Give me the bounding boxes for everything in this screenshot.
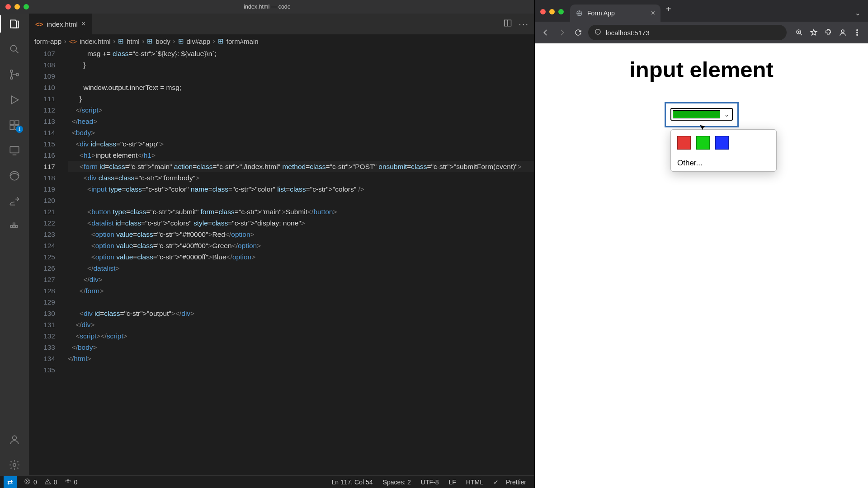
window-controls[interactable]: [5, 4, 29, 9]
svg-point-3: [16, 73, 19, 75]
profile-avatar-icon[interactable]: [836, 26, 849, 39]
split-editor-icon[interactable]: [503, 19, 512, 29]
source-control-icon[interactable]: [9, 69, 20, 80]
page-content: input element ⌄ Submit Other...: [535, 43, 868, 488]
problems-warnings[interactable]: 0: [44, 478, 57, 486]
svg-rect-6: [10, 126, 14, 130]
extensions-badge: 1: [16, 126, 23, 133]
browser-tabstrip: Form App × + ⌄: [535, 0, 868, 22]
browser-tab[interactable]: Form App ×: [570, 5, 660, 22]
activity-bar: 1: [0, 14, 29, 475]
search-icon[interactable]: [9, 43, 20, 55]
edge-tools-icon[interactable]: [9, 170, 20, 182]
more-actions-icon[interactable]: ···: [519, 19, 529, 29]
svg-point-15: [13, 464, 16, 467]
prettier-status[interactable]: ✓ Prettier: [493, 479, 526, 486]
svg-point-2: [10, 77, 13, 79]
vscode-window: index.html — code 1 <>: [0, 0, 534, 488]
crumb-form-main[interactable]: form#main: [226, 38, 259, 45]
minimize-window-icon[interactable]: [14, 4, 20, 9]
selected-color-swatch[interactable]: [673, 110, 720, 118]
code-editor[interactable]: 1071081091101111121131141151161171181191…: [29, 48, 534, 475]
address-bar[interactable]: localhost:5173: [588, 25, 787, 40]
indentation[interactable]: Spaces: 2: [383, 479, 411, 486]
chevron-down-icon[interactable]: ⌄: [724, 111, 729, 118]
svg-point-23: [857, 30, 858, 31]
svg-point-18: [67, 480, 69, 482]
html-file-icon: <>: [35, 20, 43, 28]
color-other-option[interactable]: Other...: [677, 159, 770, 168]
docker-icon[interactable]: [9, 221, 20, 232]
browser-window-controls[interactable]: [540, 9, 564, 22]
bookmark-star-icon[interactable]: [807, 26, 820, 39]
svg-point-1: [10, 70, 13, 72]
tab-filename: index.html: [47, 20, 78, 28]
tab-overflow-icon[interactable]: ⌄: [848, 9, 868, 22]
ports[interactable]: 0: [65, 478, 78, 486]
remote-indicator-icon[interactable]: ⇄: [4, 476, 17, 488]
page-heading: input element: [535, 57, 868, 82]
new-tab-button[interactable]: +: [660, 4, 677, 18]
crumb-body[interactable]: body: [156, 38, 170, 45]
tab-index-html[interactable]: <> index.html ×: [29, 14, 92, 34]
mouse-cursor-icon: [698, 123, 708, 135]
breadcrumbs[interactable]: form-app› <> index.html› ⊞html› ⊞body› ⊞…: [29, 34, 534, 48]
close-tab-icon[interactable]: ×: [651, 9, 655, 17]
browser-menu-icon[interactable]: [851, 26, 863, 39]
run-debug-icon[interactable]: [9, 94, 20, 106]
svg-point-9: [10, 171, 19, 180]
site-info-icon[interactable]: [594, 28, 601, 37]
close-tab-icon[interactable]: ×: [81, 20, 85, 28]
svg-rect-11: [13, 225, 15, 227]
crumb-html[interactable]: html: [127, 38, 139, 45]
accounts-icon[interactable]: [9, 434, 20, 446]
svg-point-22: [841, 30, 844, 33]
cursor-position[interactable]: Ln 117, Col 54: [332, 479, 373, 486]
minimize-window-icon[interactable]: [549, 9, 555, 14]
back-button[interactable]: [539, 26, 552, 39]
browser-toolbar: localhost:5173: [535, 22, 868, 43]
forward-button[interactable]: [556, 26, 568, 39]
svg-point-24: [857, 32, 858, 33]
eol[interactable]: LF: [449, 479, 456, 486]
reload-button[interactable]: [572, 26, 585, 39]
editor-area: <> index.html × ··· form-app› <> index.h…: [29, 14, 534, 475]
favicon-icon: [576, 9, 583, 17]
browser-window: Form App × + ⌄ localhost:5173 input elem…: [534, 0, 868, 488]
settings-gear-icon[interactable]: [9, 459, 20, 471]
color-option-red[interactable]: [677, 136, 691, 150]
svg-rect-10: [10, 225, 12, 227]
maximize-window-icon[interactable]: [558, 9, 564, 14]
color-option-blue[interactable]: [715, 136, 729, 150]
svg-point-0: [10, 45, 16, 51]
color-datalist-popover[interactable]: Other...: [670, 129, 777, 172]
window-title: index.html — code: [244, 4, 291, 10]
svg-point-25: [857, 34, 858, 35]
crumb-file[interactable]: index.html: [80, 38, 110, 45]
tab-title: Form App: [587, 9, 615, 17]
extensions-icon[interactable]: 1: [9, 119, 20, 131]
close-window-icon[interactable]: [540, 9, 546, 14]
crumb-div-app[interactable]: div#app: [187, 38, 211, 45]
svg-rect-5: [15, 121, 19, 125]
color-option-green[interactable]: [696, 136, 710, 150]
zoom-icon[interactable]: [793, 26, 806, 39]
remote-explorer-icon[interactable]: [9, 145, 20, 156]
svg-point-14: [13, 436, 17, 440]
crumb-folder[interactable]: form-app: [34, 38, 61, 45]
vscode-titlebar: index.html — code: [0, 0, 534, 14]
problems-errors[interactable]: 0: [24, 478, 37, 486]
html-file-icon: <>: [69, 38, 77, 45]
encoding[interactable]: UTF-8: [421, 479, 439, 486]
extensions-puzzle-icon[interactable]: [822, 26, 835, 39]
explorer-icon[interactable]: [9, 18, 20, 30]
live-share-icon[interactable]: [9, 195, 20, 207]
close-window-icon[interactable]: [5, 4, 11, 9]
language-mode[interactable]: HTML: [466, 479, 483, 486]
svg-rect-13: [13, 223, 15, 225]
svg-rect-12: [15, 225, 17, 227]
svg-rect-8: [10, 146, 19, 153]
svg-rect-4: [10, 121, 14, 125]
maximize-window-icon[interactable]: [24, 4, 29, 9]
editor-tabs: <> index.html × ···: [29, 14, 534, 34]
